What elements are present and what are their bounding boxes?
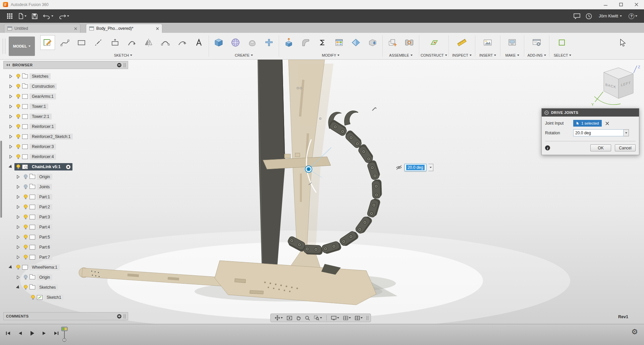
expand-arrow-icon[interactable] — [9, 125, 13, 129]
assemble-dropdown[interactable]: ASSEMBLE — [384, 52, 418, 58]
two-point-rectangle-icon[interactable] — [107, 34, 123, 51]
zoom-window-icon[interactable] — [312, 314, 324, 322]
spline-icon[interactable] — [56, 34, 73, 51]
look-at-icon[interactable] — [285, 314, 294, 322]
step-back-button[interactable] — [16, 330, 24, 337]
view-cube[interactable]: BACK LEFT Z Y — [590, 64, 643, 115]
create-dropdown[interactable]: CREATE — [210, 52, 277, 58]
visibility-bulb-icon[interactable] — [23, 194, 28, 200]
sketch-text-icon[interactable] — [191, 34, 207, 51]
viewport-layout-icon[interactable] — [353, 314, 364, 322]
browser-tree-row[interactable]: GearArms:1 — [3, 91, 128, 101]
visibility-bulb-icon[interactable] — [23, 174, 28, 180]
expand-arrow-icon[interactable] — [15, 285, 21, 290]
appearance-icon[interactable] — [364, 34, 381, 51]
undo-button[interactable] — [40, 11, 56, 21]
rotation-input[interactable]: 20.0 deg — [573, 129, 624, 136]
browser-tree-row[interactable]: Reinforcer:4 — [3, 152, 128, 162]
visibility-bulb-icon[interactable] — [23, 214, 28, 220]
expand-arrow-icon[interactable] — [9, 74, 13, 78]
expand-arrow-icon[interactable] — [16, 235, 20, 239]
browser-tree-row[interactable]: Part:1 — [3, 192, 128, 202]
sketch-dropdown[interactable]: SKETCH — [39, 52, 207, 58]
timeline-position-marker[interactable] — [61, 326, 70, 343]
visibility-bulb-icon[interactable] — [16, 94, 20, 99]
sphere-icon[interactable] — [227, 34, 244, 51]
visibility-bulb-icon[interactable] — [16, 164, 20, 169]
browser-tree-row[interactable]: Joints — [3, 182, 128, 192]
pipe-icon[interactable] — [261, 34, 277, 51]
expand-arrow-icon[interactable] — [9, 145, 13, 149]
panel-grip[interactable] — [124, 314, 125, 319]
app-grid-icon[interactable] — [4, 11, 15, 21]
joint-input-selection[interactable]: 1 selected — [573, 120, 602, 127]
expand-arrow-icon[interactable] — [8, 164, 14, 170]
modify-dropdown[interactable]: MODIFY — [280, 52, 381, 58]
visibility-bulb-icon[interactable] — [23, 204, 28, 210]
browser-header[interactable]: BROWSER — [3, 61, 128, 69]
expand-arrow-icon[interactable] — [9, 155, 13, 159]
visibility-bulb-icon[interactable] — [16, 104, 20, 109]
browser-tree-row[interactable]: Part:3 — [3, 212, 128, 222]
visibility-bulb-icon[interactable] — [16, 114, 20, 119]
expand-arrow-icon[interactable] — [16, 245, 20, 249]
scripts-addins-icon[interactable] — [528, 34, 545, 51]
visibility-bulb-icon[interactable] — [23, 275, 28, 280]
browser-tree-row[interactable]: WheelNema:1 — [3, 262, 128, 272]
browser-tree-row[interactable]: Construction — [3, 81, 128, 91]
new-component-icon[interactable] — [384, 34, 401, 51]
browser-tree-row[interactable]: Part:7 — [3, 252, 128, 262]
ok-button[interactable]: OK — [590, 144, 611, 151]
display-settings-icon[interactable] — [329, 314, 341, 322]
expand-arrow-icon[interactable] — [8, 265, 14, 270]
arc-icon[interactable] — [157, 34, 174, 51]
visibility-bulb-icon[interactable] — [23, 224, 28, 230]
workspace-switcher[interactable]: MODEL — [9, 37, 35, 56]
go-to-end-button[interactable] — [52, 330, 60, 337]
section-analysis-icon[interactable] — [347, 34, 364, 51]
browser-tree-row[interactable]: Part:6 — [3, 242, 128, 252]
expand-arrow-icon[interactable] — [16, 175, 20, 179]
panel-grip[interactable] — [124, 63, 125, 67]
mirror-icon[interactable] — [140, 34, 157, 51]
visibility-bulb-icon[interactable] — [16, 154, 20, 159]
visibility-bulb-icon[interactable] — [16, 74, 20, 79]
line-icon[interactable] — [90, 34, 107, 51]
browser-tree-row[interactable]: Reinforcer:3 — [3, 142, 128, 152]
tab-close-icon[interactable] — [156, 27, 159, 30]
info-icon[interactable] — [545, 145, 550, 150]
pan-icon[interactable] — [294, 314, 303, 322]
orbit-icon[interactable] — [273, 314, 284, 322]
conic-curve-icon[interactable] — [123, 34, 140, 51]
three-point-arc-icon[interactable] — [174, 34, 191, 51]
browser-tree-row[interactable]: Part:5 — [3, 232, 128, 242]
job-status-clock-icon[interactable] — [583, 11, 595, 21]
cancel-button[interactable]: Cancel — [615, 144, 636, 151]
dialog-header[interactable]: DRIVE JOINTS — [542, 109, 639, 117]
redo-button[interactable] — [56, 11, 72, 21]
visibility-bulb-icon[interactable] — [31, 295, 35, 300]
visibility-bulb-icon[interactable] — [16, 124, 20, 129]
expand-arrow-icon[interactable] — [9, 115, 13, 119]
browser-tree-row[interactable]: Origin — [3, 272, 128, 282]
expand-arrow-icon[interactable] — [16, 225, 20, 229]
visibility-bulb-icon[interactable] — [23, 255, 28, 260]
expand-arrow-icon[interactable] — [16, 255, 20, 259]
joint-icon[interactable] — [401, 34, 418, 51]
visibility-bulb-icon[interactable] — [23, 184, 28, 190]
extrude-icon[interactable] — [210, 34, 227, 51]
help-menu[interactable]: ? — [626, 11, 640, 21]
visibility-bulb-icon[interactable] — [16, 84, 20, 89]
measure-icon[interactable] — [453, 34, 470, 51]
browser-tree-row[interactable]: Reinforcer2_Sketch:1 — [3, 132, 128, 142]
expand-arrow-icon[interactable] — [16, 185, 20, 189]
fillet-icon[interactable] — [297, 34, 314, 51]
press-pull-icon[interactable] — [280, 34, 297, 51]
nav-grip[interactable] — [367, 316, 368, 320]
insert-dropdown[interactable]: INSERT — [477, 52, 499, 58]
close-button[interactable] — [629, 0, 644, 9]
expand-arrow-icon[interactable] — [9, 135, 13, 139]
make-dropdown[interactable]: MAKE — [502, 52, 523, 58]
expand-arrow-icon[interactable] — [9, 84, 13, 88]
expand-arrow-icon[interactable] — [16, 215, 20, 219]
